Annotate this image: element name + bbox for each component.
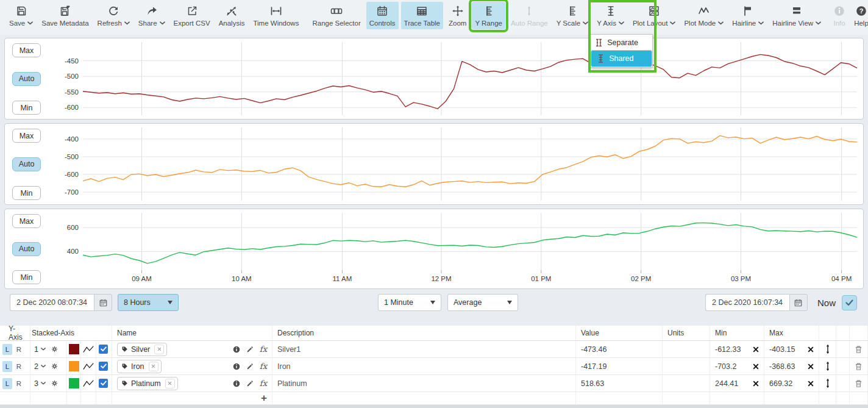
chevron-down-icon[interactable] — [41, 382, 46, 385]
clear-min-button[interactable] — [753, 381, 759, 387]
min-range-button[interactable]: Min — [12, 186, 41, 200]
units-cell[interactable] — [663, 341, 710, 358]
trace-tag-chip[interactable]: Silver — [117, 343, 167, 356]
pencil-icon[interactable] — [246, 345, 254, 353]
hairline-button[interactable]: Hairline — [729, 2, 767, 29]
left-axis-button[interactable]: L — [2, 361, 12, 372]
clear-max-button[interactable] — [808, 381, 814, 387]
interval-select[interactable]: 1 Minute — [378, 294, 441, 311]
trash-icon[interactable] — [854, 345, 863, 354]
chevron-down-icon[interactable] — [41, 365, 46, 368]
refresh-button[interactable]: Refresh — [94, 2, 133, 29]
export-csv-button[interactable]: Export CSV — [171, 2, 213, 29]
max-value[interactable]: -368.63 — [769, 362, 795, 371]
line-style-icon[interactable] — [82, 379, 94, 388]
stack-number[interactable]: 3 — [34, 379, 38, 388]
clear-max-button[interactable] — [808, 346, 814, 353]
formula-icon[interactable]: fx — [260, 345, 267, 354]
y-axis-button[interactable]: Y Axis — [594, 2, 627, 29]
color-swatch[interactable] — [69, 378, 79, 388]
left-axis-button[interactable]: L — [2, 378, 12, 389]
menu-item-separate[interactable]: Separate — [591, 35, 652, 50]
expand-range-icon[interactable] — [824, 378, 831, 388]
min-range-button[interactable]: Min — [12, 270, 41, 284]
zoom-button[interactable]: Zoom — [446, 2, 469, 29]
remove-tag-button[interactable] — [165, 379, 175, 388]
min-value[interactable]: -612.33 — [715, 345, 741, 354]
start-calendar-button[interactable] — [94, 294, 112, 311]
plot-area-silver[interactable]: -450-500-550-600 — [5, 38, 863, 119]
expand-range-icon[interactable] — [824, 344, 831, 354]
stack-number[interactable]: 1 — [34, 345, 38, 354]
visibility-checkbox[interactable] — [99, 362, 108, 371]
right-axis-button[interactable]: R — [14, 344, 24, 355]
time-windows-button[interactable]: Time Windows — [250, 2, 302, 29]
y-range-button[interactable]: Y Range — [472, 2, 505, 29]
controls-button[interactable]: Controls — [366, 2, 399, 29]
right-axis-button[interactable]: R — [14, 361, 24, 372]
left-axis-button[interactable]: L — [2, 344, 12, 355]
save-button[interactable]: Save — [6, 2, 36, 29]
right-axis-button[interactable]: R — [14, 378, 24, 389]
formula-icon[interactable]: fx — [260, 362, 267, 371]
add-trace-button[interactable]: + — [261, 392, 267, 404]
info-icon[interactable] — [232, 379, 241, 388]
aggregate-select[interactable]: Average — [447, 294, 518, 311]
help-button[interactable]: ? Help — [851, 2, 868, 29]
analysis-button[interactable]: Analysis — [216, 2, 248, 29]
clear-min-button[interactable] — [753, 363, 759, 370]
chevron-down-icon[interactable] — [41, 348, 46, 351]
trash-icon[interactable] — [854, 362, 863, 371]
gear-icon[interactable] — [51, 345, 59, 353]
auto-range-button[interactable]: Auto — [12, 72, 41, 86]
save-metadata-button[interactable]: Save Metadata — [38, 2, 91, 29]
info-icon[interactable] — [232, 345, 241, 354]
line-style-icon[interactable] — [82, 362, 94, 371]
description-cell[interactable]: Silver1 — [272, 341, 576, 358]
units-cell[interactable] — [663, 358, 710, 375]
gear-icon[interactable] — [51, 362, 59, 370]
visibility-checkbox[interactable] — [99, 345, 108, 354]
share-button[interactable]: Share — [135, 2, 168, 29]
hairline-view-button[interactable]: Hairline View — [769, 2, 824, 29]
duration-select[interactable]: 8 Hours — [118, 294, 179, 311]
range-selector-button[interactable]: Range Selector — [309, 2, 363, 29]
pencil-icon[interactable] — [246, 362, 254, 370]
clear-min-button[interactable] — [753, 346, 759, 353]
trace-table-button[interactable]: Trace Table — [401, 2, 443, 29]
description-cell[interactable]: Platinum — [272, 375, 576, 392]
plot-layout-button[interactable]: Plot Layout — [630, 2, 679, 29]
max-range-button[interactable]: Max — [12, 214, 41, 228]
gear-icon[interactable] — [51, 379, 59, 387]
info-icon[interactable] — [232, 362, 241, 371]
max-range-button[interactable]: Max — [12, 43, 41, 57]
end-datetime-input[interactable]: 2 Dec 2020 16:07:34 — [705, 294, 789, 311]
units-cell[interactable] — [663, 375, 710, 392]
max-value[interactable]: 669.32 — [769, 379, 792, 388]
min-value[interactable]: 244.41 — [715, 379, 738, 388]
trace-tag-chip[interactable]: Iron — [117, 360, 162, 373]
clear-max-button[interactable] — [808, 363, 814, 370]
now-checkbox[interactable] — [842, 295, 857, 310]
auto-range-button[interactable]: Auto — [12, 242, 41, 256]
plot-area-platinum[interactable]: 09 AM10 AM11 AM12 PM01 PM02 PM03 PM04 PM… — [5, 209, 863, 288]
plot-area-iron[interactable]: -400-500-600-700 — [5, 124, 863, 204]
line-style-icon[interactable] — [82, 345, 94, 354]
color-swatch[interactable] — [69, 344, 79, 354]
plot-mode-button[interactable]: Plot Mode — [681, 2, 727, 29]
menu-item-shared[interactable]: Shared — [591, 50, 652, 67]
min-value[interactable]: -703.2 — [715, 362, 736, 371]
remove-tag-button[interactable] — [154, 345, 164, 354]
auto-range-button[interactable]: Auto — [12, 157, 41, 171]
max-range-button[interactable]: Max — [12, 129, 41, 143]
y-scale-button[interactable]: Y Scale — [553, 2, 591, 29]
bottom-scrollbar[interactable] — [0, 405, 868, 408]
start-datetime-input[interactable]: 2 Dec 2020 08:07:34 — [10, 294, 94, 311]
expand-range-icon[interactable] — [824, 361, 831, 371]
max-value[interactable]: -403.15 — [769, 345, 795, 354]
description-cell[interactable]: Iron — [272, 358, 576, 375]
trace-tag-chip[interactable]: Platinum — [117, 377, 178, 390]
formula-icon[interactable]: fx — [260, 379, 267, 388]
trash-icon[interactable] — [854, 379, 863, 388]
min-range-button[interactable]: Min — [12, 101, 41, 115]
